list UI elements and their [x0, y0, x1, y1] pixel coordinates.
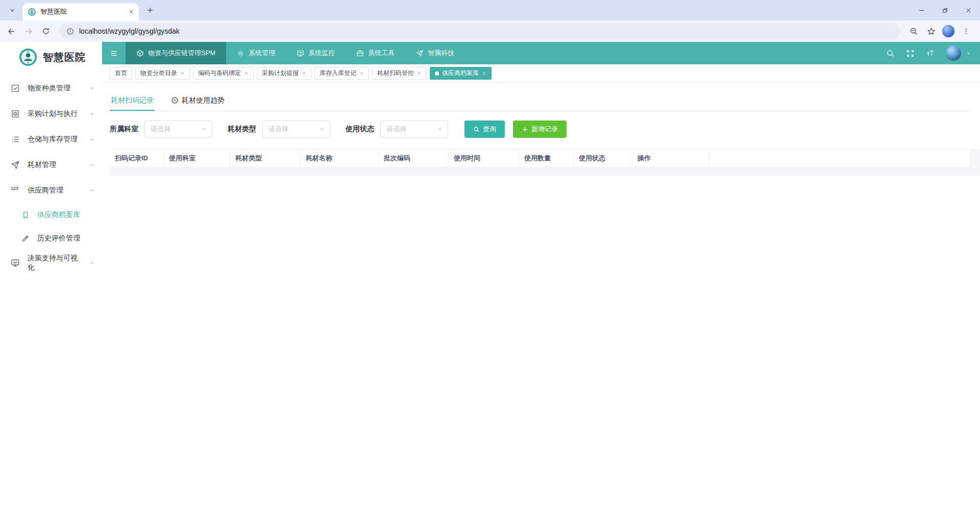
search-icon [473, 126, 480, 133]
sidebar-item-label: 供应商管理 [28, 186, 81, 195]
tag-material-catalog[interactable]: 物资分类目录 [135, 67, 190, 80]
close-icon [129, 9, 134, 14]
window-close-button[interactable] [957, 0, 980, 20]
sidebar-item-warehouse-inventory[interactable]: 仓储与库存管理 [0, 127, 102, 152]
sidebar-item-decision-visualization[interactable]: 决策支持与可视化 [0, 250, 102, 276]
tab-search-button[interactable] [5, 3, 19, 17]
sidebar-subitem-supplier-archive[interactable]: 供应商档案库 [0, 203, 102, 227]
sidebar-item-label: 耗材管理 [28, 160, 81, 170]
tag-home[interactable]: 首页 [110, 67, 132, 80]
usage-status-select[interactable]: 请选择 [380, 120, 448, 138]
back-button[interactable] [3, 23, 19, 39]
search-icon[interactable] [886, 49, 895, 58]
tag-supplier-archive[interactable]: 供应商档案库 [430, 67, 492, 80]
tab-close-button[interactable] [127, 7, 136, 16]
consumable-type-select[interactable]: 请选择 [262, 120, 330, 138]
user-avatar[interactable] [946, 45, 961, 61]
back-arrow-icon [7, 27, 16, 36]
close-icon[interactable] [482, 71, 486, 76]
browser-tab[interactable]: 智慧医院 [22, 3, 139, 20]
sidebar-menu: 物资种类管理 采购计划与执行 仓储与库存管理 耗材管理 123 供应商管理 [0, 73, 102, 276]
sidebar-item-supplier-management[interactable]: 123 供应商管理 [0, 178, 102, 203]
tab-usage-trend[interactable]: 耗材使用趋势 [170, 91, 226, 111]
zoom-out-page-icon[interactable] [905, 23, 922, 39]
chevron-up-icon [89, 187, 95, 194]
sidebar-item-label: 采购计划与执行 [28, 109, 81, 118]
fullscreen-icon[interactable] [906, 49, 915, 58]
refresh-button[interactable] [38, 23, 54, 39]
close-icon [965, 7, 972, 14]
clipboard-clock-icon [11, 109, 20, 118]
close-icon[interactable] [417, 71, 422, 76]
topnav-item-system-tools[interactable]: 系统工具 [346, 42, 405, 64]
topnav-item-system-monitor[interactable]: 系统监控 [286, 42, 346, 64]
sidebar-item-label: 物资种类管理 [28, 84, 81, 93]
toolbox-icon [356, 50, 364, 57]
filter-label: 使用状态 [346, 125, 374, 134]
chevron-down-icon [89, 260, 95, 266]
profile-avatar-icon [942, 25, 955, 38]
star-icon [927, 27, 936, 36]
chevron-down-icon [89, 111, 95, 117]
search-button[interactable]: 查询 [464, 120, 505, 138]
url-bar[interactable]: localhost/wzygylgl/gysgl/gysdak [59, 23, 900, 39]
browser-menu-button[interactable] [958, 23, 974, 39]
close-icon[interactable] [244, 71, 249, 76]
close-icon[interactable] [180, 71, 185, 76]
caret-down-icon[interactable] [966, 51, 971, 56]
forward-button[interactable] [20, 23, 37, 39]
monitor-icon [297, 50, 304, 57]
sidebar-item-consumable-management[interactable]: 耗材管理 [0, 152, 102, 178]
close-icon[interactable] [359, 71, 364, 76]
plus-icon [146, 7, 154, 14]
column-header: 使用状态 [574, 150, 632, 167]
chevron-down-icon [201, 126, 207, 132]
topnav-item-spm[interactable]: 物资与供应链管理SPM [126, 42, 226, 64]
add-record-button[interactable]: 新增记录 [513, 120, 567, 138]
brand: 智慧医院 [0, 42, 102, 73]
sidebar-toggle-button[interactable] [102, 42, 126, 64]
tag-scan-control[interactable]: 耗材扫码管控 [372, 67, 427, 80]
tag-procurement-submit[interactable]: 采购计划提报 [257, 67, 311, 80]
info-icon [66, 28, 74, 35]
badge-123-icon: 123 [11, 186, 20, 195]
top-navbar: 物资与供应链管理SPM 系统管理 系统监控 系统工具 智脑科技 [102, 42, 980, 64]
tag-label: 编码与条码绑定 [198, 69, 241, 78]
active-dot [435, 71, 439, 76]
column-header: 扫码记录ID [110, 150, 164, 167]
gear-icon [237, 50, 244, 57]
search-button-label: 查询 [483, 125, 496, 134]
filter-bar: 所属科室 请选择 耗材类型 请选择 使用状态 请选择 [110, 120, 980, 138]
close-icon[interactable] [302, 71, 306, 76]
browser-profile-button[interactable] [940, 23, 957, 39]
sidebar-item-procurement-plan[interactable]: 采购计划与执行 [0, 101, 102, 127]
chevron-down-icon [89, 136, 95, 142]
records-table: 扫码记录ID 使用科室 耗材类型 耗材名称 批次编码 使用时间 使用数量 使用状… [110, 149, 980, 176]
new-tab-button[interactable] [143, 3, 157, 17]
tag-label: 采购计划提报 [262, 69, 299, 78]
tab-label: 耗材扫码记录 [111, 96, 154, 105]
check-square-icon [11, 84, 20, 93]
tag-code-binding[interactable]: 编码与条码绑定 [193, 67, 254, 80]
topnav-item-smart-brain[interactable]: 智脑科技 [405, 42, 465, 64]
tag-label: 耗材扫码管控 [377, 69, 414, 78]
font-size-icon[interactable] [926, 49, 935, 58]
topnav-item-system-management[interactable]: 系统管理 [226, 42, 286, 64]
sidebar-item-material-category[interactable]: 物资种类管理 [0, 76, 102, 101]
sidebar-subitem-history-evaluation[interactable]: 历史评价管理 [0, 227, 102, 250]
window-minimize-button[interactable] [910, 0, 933, 20]
tab-scan-records[interactable]: 耗材扫码记录 [110, 91, 155, 111]
chevron-down-icon [89, 162, 95, 168]
sidebar: 智慧医院 物资种类管理 采购计划与执行 仓储与库存管理 耗材管理 [0, 42, 102, 531]
cube-icon [136, 50, 144, 57]
window-restore-button[interactable] [933, 0, 957, 20]
department-select[interactable]: 请选择 [144, 120, 212, 138]
content-tabs: 耗材扫码记录 耗材使用趋势 [110, 91, 970, 111]
bookmark-star-button[interactable] [923, 23, 939, 39]
filter-label: 所属科室 [110, 125, 138, 134]
url-text: localhost/wzygylgl/gysgl/gysdak [79, 27, 180, 35]
send-icon [416, 50, 424, 57]
tags-view-bar: 首页 物资分类目录 编码与条码绑定 采购计划提报 库存入库登记 耗材扫码管控 [102, 64, 980, 83]
tag-inbound-register[interactable]: 库存入库登记 [314, 67, 369, 80]
kebab-menu-icon [962, 28, 970, 35]
